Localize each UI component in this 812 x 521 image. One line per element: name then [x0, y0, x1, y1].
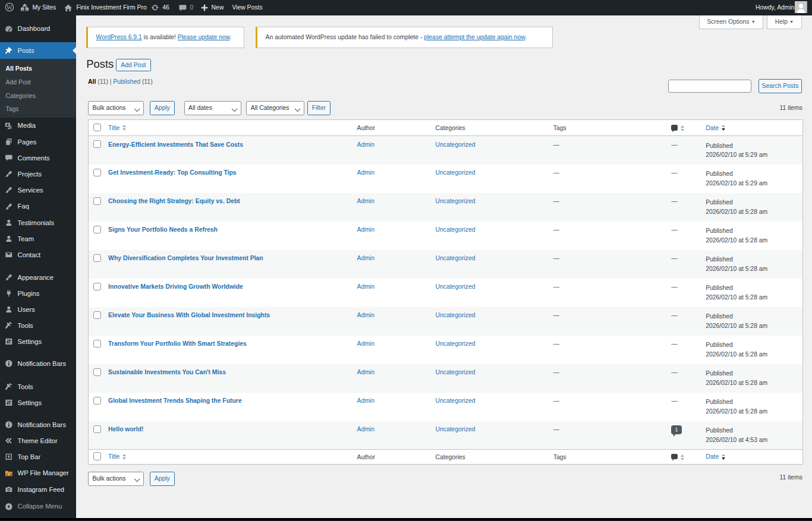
- svg-text:W: W: [7, 4, 12, 11]
- svg-text:w: w: [8, 472, 10, 476]
